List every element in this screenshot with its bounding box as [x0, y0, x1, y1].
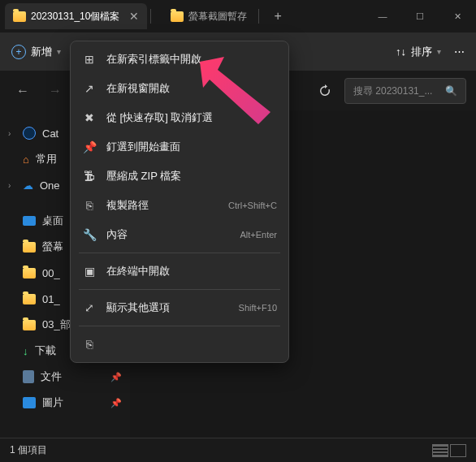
sort-icon: ↑↓: [396, 45, 406, 58]
close-button[interactable]: ✕: [439, 0, 476, 32]
search-placeholder: 搜尋 20230131_...: [353, 84, 432, 98]
sidebar-label: 下載: [35, 343, 56, 358]
folder-icon: [13, 11, 26, 22]
shortcut: Shift+F10: [239, 303, 277, 313]
item-count: 1 個項目: [10, 443, 47, 457]
wrench-icon: 🔧: [82, 227, 97, 242]
sidebar-label: 常用: [36, 152, 57, 166]
sort-button[interactable]: ↑↓ 排序 ▾: [396, 45, 441, 59]
sidebar-label: 00_: [42, 267, 60, 279]
home-icon: ⌂: [23, 153, 29, 166]
folder-icon: [23, 294, 36, 304]
menu-show-more[interactable]: ⤢顯示其他選項Shift+F10: [74, 293, 285, 322]
titlebar: 20230131_10個檔案 ✕ 螢幕截圖暫存 + — ☐ ✕: [0, 0, 476, 32]
folder-icon: [171, 11, 184, 22]
sidebar-item-documents[interactable]: 文件📌: [0, 364, 130, 390]
shortcut: Ctrl+Shift+C: [228, 201, 277, 210]
chevron-icon: ›: [8, 129, 16, 138]
menu-label: 顯示其他選項: [106, 300, 170, 315]
tab-label: 20230131_10個檔案: [31, 10, 119, 24]
menu-copy-path[interactable]: ⎘複製路徑Ctrl+Shift+C: [74, 191, 285, 220]
separator: [79, 326, 280, 326]
zip-icon: 🗜: [82, 169, 97, 184]
search-icon: 🔍: [445, 85, 457, 97]
unpin-icon: ✖: [82, 110, 97, 125]
pin-icon: 📌: [110, 372, 122, 382]
folder-icon: [23, 242, 36, 253]
sidebar-label: Cat: [42, 127, 58, 140]
sidebar-label: 圖片: [42, 395, 63, 410]
pin-icon: 📌: [110, 398, 122, 408]
desktop-icon: [23, 216, 36, 226]
terminal-icon: ▣: [82, 264, 97, 278]
more-button[interactable]: ⋯: [454, 45, 465, 58]
menu-label: 從 [快速存取] 取消釘選: [106, 110, 213, 125]
sidebar-item-pictures[interactable]: 圖片📌: [0, 390, 130, 416]
tab-inactive[interactable]: 螢幕截圖暫存: [162, 3, 255, 29]
tab-divider: [258, 9, 259, 24]
menu-open-new-window[interactable]: ↗在新視窗開啟: [74, 74, 285, 103]
maximize-button[interactable]: ☐: [401, 0, 439, 32]
tab-divider: [150, 9, 151, 24]
folder-icon: [23, 320, 36, 330]
refresh-icon: [318, 84, 331, 97]
more-icon: ⋯: [454, 45, 465, 58]
new-button[interactable]: + 新增 ▾: [11, 45, 61, 59]
chevron-icon: ›: [8, 181, 16, 190]
window-controls: — ☐ ✕: [364, 0, 476, 32]
tab-label: 螢幕截圖暫存: [188, 10, 247, 24]
forward-button[interactable]: →: [42, 78, 68, 104]
separator: [79, 253, 280, 253]
sidebar-label: One: [40, 179, 60, 192]
close-icon[interactable]: ✕: [129, 10, 139, 23]
menu-label: 在終端中開啟: [106, 264, 170, 278]
minimize-button[interactable]: —: [364, 0, 401, 32]
button-label: 新增: [31, 45, 52, 59]
statusbar: 1 個項目: [0, 438, 476, 462]
search-input[interactable]: 搜尋 20230131_... 🔍: [344, 78, 466, 104]
menu-properties[interactable]: 🔧內容Alt+Enter: [74, 220, 285, 249]
menu-open-new-tab[interactable]: ⊞在新索引標籤中開啟: [74, 45, 285, 74]
app-icon: [23, 127, 36, 140]
image-icon: [23, 397, 36, 408]
plus-icon: +: [11, 45, 26, 59]
sidebar-label: 螢幕: [42, 240, 63, 254]
shortcut: Alt+Enter: [240, 230, 277, 240]
menu-label: 在新視窗開啟: [106, 81, 170, 96]
cloud-icon: ☁: [23, 179, 33, 192]
folder-icon: [23, 268, 36, 278]
menu-label: 壓縮成 ZIP 檔案: [106, 169, 181, 184]
download-icon: ↓: [23, 345, 28, 357]
window-icon: ↗: [82, 81, 97, 96]
tab-active[interactable]: 20230131_10個檔案 ✕: [5, 3, 147, 29]
back-button[interactable]: ←: [10, 78, 36, 104]
menu-compress-zip[interactable]: 🗜壓縮成 ZIP 檔案: [74, 162, 285, 191]
menu-label: 複製路徑: [106, 198, 149, 213]
menu-open-terminal[interactable]: ▣在終端中開啟: [74, 257, 285, 286]
details-view-icon[interactable]: [432, 444, 448, 457]
grid-view-icon[interactable]: [450, 444, 466, 457]
menu-unpin-quick[interactable]: ✖從 [快速存取] 取消釘選: [74, 103, 285, 132]
document-icon: [23, 370, 34, 383]
more-icon: ⤢: [82, 300, 97, 315]
context-menu: ⊞在新索引標籤中開啟 ↗在新視窗開啟 ✖從 [快速存取] 取消釘選 📌釘選到開始…: [70, 41, 289, 363]
tab-icon: ⊞: [82, 52, 97, 67]
separator: [79, 289, 280, 290]
sidebar-label: 01_: [42, 293, 60, 305]
menu-copy[interactable]: ⎘: [74, 330, 285, 359]
copy-icon: ⎘: [82, 337, 97, 352]
chevron-down-icon: ▾: [57, 47, 61, 56]
menu-pin-start[interactable]: 📌釘選到開始畫面: [74, 132, 285, 162]
menu-label: 在新索引標籤中開啟: [106, 52, 201, 67]
view-toggle: [432, 444, 466, 457]
menu-label: 釘選到開始畫面: [106, 140, 180, 154]
new-tab-button[interactable]: +: [262, 9, 292, 24]
refresh-button[interactable]: [312, 78, 338, 104]
chevron-down-icon: ▾: [437, 47, 441, 56]
menu-label: 內容: [106, 227, 128, 242]
sidebar-label: 文件: [41, 369, 62, 384]
pin-icon: 📌: [82, 140, 97, 154]
sidebar-label: 桌面: [42, 214, 63, 228]
button-label: 排序: [411, 45, 432, 59]
path-icon: ⎘: [82, 198, 97, 213]
